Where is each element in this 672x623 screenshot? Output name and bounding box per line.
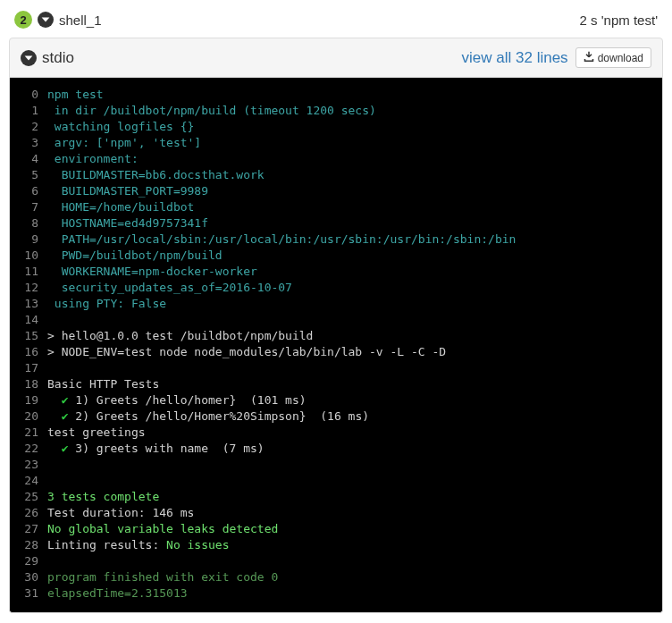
line-content: PATH=/usr/local/sbin:/usr/local/bin:/usr… [47, 232, 516, 248]
stdio-panel-heading: stdio view all 32 lines download [9, 38, 663, 78]
stdio-heading-left: stdio [21, 49, 74, 67]
download-button[interactable]: download [575, 47, 651, 68]
line-number: 23 [17, 457, 38, 473]
line-number: 20 [17, 408, 38, 425]
code-line: 12 security_updates_as_of=2016-10-07 [17, 280, 655, 296]
line-number: 4 [17, 151, 38, 167]
line-number: 9 [17, 232, 38, 248]
code-line: 21test greetings [17, 425, 655, 441]
line-number: 5 [17, 167, 38, 183]
code-line: 11 WORKERNAME=npm-docker-worker [17, 264, 655, 280]
line-content: HOSTNAME=ed4d9757341f [47, 215, 208, 232]
line-content: test greetings [47, 425, 146, 441]
line-content: BUILDMASTER=bb6.docsthat.work [47, 167, 265, 183]
line-content [47, 312, 55, 328]
line-content [47, 553, 55, 569]
code-line: 30program finished with exit code 0 [17, 569, 655, 585]
step-number-badge: 2 [14, 11, 32, 29]
code-line: 8 HOSTNAME=ed4d9757341f [17, 215, 655, 232]
line-number: 8 [17, 215, 38, 232]
code-line: 18Basic HTTP Tests [17, 376, 655, 392]
line-content: Linting results: No issues [47, 537, 230, 553]
line-number: 13 [17, 296, 38, 312]
line-number: 30 [17, 569, 38, 585]
code-line: 28Linting results: No issues [17, 537, 655, 553]
line-content: program finished with exit code 0 [47, 569, 278, 585]
line-number: 29 [17, 553, 38, 569]
code-line: 26Test duration: 146 ms [17, 505, 655, 521]
line-content: ✔ 3) greets with name (7 ms) [47, 441, 265, 457]
view-all-lines-link[interactable]: view all 32 lines [462, 49, 568, 67]
code-line: 10 PWD=/buildbot/npm/build [17, 248, 655, 264]
line-content [47, 473, 55, 489]
line-content: using PTY: False [47, 296, 166, 312]
code-line: 23 [17, 457, 655, 473]
line-number: 25 [17, 489, 38, 505]
line-number: 19 [17, 392, 38, 408]
code-line: 6 BUILDMASTER_PORT=9989 [17, 183, 655, 199]
line-number: 26 [17, 505, 38, 521]
stdio-heading-right: view all 32 lines download [462, 47, 651, 68]
line-content: BUILDMASTER_PORT=9989 [47, 183, 208, 199]
line-content: security_updates_as_of=2016-10-07 [47, 280, 292, 296]
line-number: 10 [17, 248, 38, 264]
code-line: 13 using PTY: False [17, 296, 655, 312]
code-line: 24 [17, 473, 655, 489]
line-number: 1 [17, 103, 38, 119]
stdio-label: stdio [42, 49, 74, 67]
line-number: 18 [17, 376, 38, 392]
code-line: 20 ✔ 2) Greets /hello/Homer%20Simpson} (… [17, 408, 655, 425]
code-line: 27No global variable leaks detected [17, 521, 655, 537]
line-content: > NODE_ENV=test node node_modules/lab/bi… [47, 344, 446, 360]
line-number: 11 [17, 264, 38, 280]
chevron-down-icon[interactable] [21, 50, 37, 66]
stdio-output: 0npm test1 in dir /buildbot/npm/build (t… [9, 78, 663, 613]
line-number: 14 [17, 312, 38, 328]
step-header: 2 shell_1 2 s 'npm test' [9, 9, 663, 38]
line-number: 12 [17, 280, 38, 296]
code-line: 19 ✔ 1) Greets /hello/homer} (101 ms) [17, 392, 655, 408]
code-line: 9 PATH=/usr/local/sbin:/usr/local/bin:/u… [17, 232, 655, 248]
line-number: 22 [17, 441, 38, 457]
line-content: PWD=/buildbot/npm/build [47, 248, 223, 264]
line-content: argv: ['npm', 'test'] [47, 135, 201, 151]
line-number: 27 [17, 521, 38, 537]
line-content [47, 457, 55, 473]
line-number: 7 [17, 199, 38, 215]
step-header-left: 2 shell_1 [14, 11, 102, 29]
line-content: ✔ 1) Greets /hello/homer} (101 ms) [47, 392, 307, 408]
line-content: ✔ 2) Greets /hello/Homer%20Simpson} (16 … [47, 408, 369, 425]
code-line: 31elapsedTime=2.315013 [17, 585, 655, 602]
line-number: 15 [17, 328, 38, 344]
line-number: 24 [17, 473, 38, 489]
line-number: 28 [17, 537, 38, 553]
line-number: 21 [17, 425, 38, 441]
line-number: 16 [17, 344, 38, 360]
download-label: download [598, 52, 643, 64]
line-number: 17 [17, 360, 38, 376]
code-line: 17 [17, 360, 655, 376]
code-line: 1 in dir /buildbot/npm/build (timeout 12… [17, 103, 655, 119]
code-line: 22 ✔ 3) greets with name (7 ms) [17, 441, 655, 457]
code-line: 3 argv: ['npm', 'test'] [17, 135, 655, 151]
line-number: 31 [17, 585, 38, 602]
line-number: 6 [17, 183, 38, 199]
step-name: shell_1 [59, 13, 102, 28]
code-line: 7 HOME=/home/buildbot [17, 199, 655, 215]
download-icon [584, 51, 594, 64]
line-content: > hello@1.0.0 test /buildbot/npm/build [47, 328, 313, 344]
chevron-down-icon[interactable] [38, 12, 54, 28]
line-content: elapsedTime=2.315013 [47, 585, 188, 602]
code-line: 15> hello@1.0.0 test /buildbot/npm/build [17, 328, 655, 344]
code-line: 5 BUILDMASTER=bb6.docsthat.work [17, 167, 655, 183]
line-number: 0 [17, 87, 38, 103]
line-content: environment: [47, 151, 139, 167]
line-content: HOME=/home/buildbot [47, 199, 194, 215]
line-content: npm test [47, 87, 104, 103]
code-line: 29 [17, 553, 655, 569]
code-line: 14 [17, 312, 655, 328]
code-line: 253 tests complete [17, 489, 655, 505]
code-line: 2 watching logfiles {} [17, 119, 655, 135]
line-number: 3 [17, 135, 38, 151]
line-number: 2 [17, 119, 38, 135]
